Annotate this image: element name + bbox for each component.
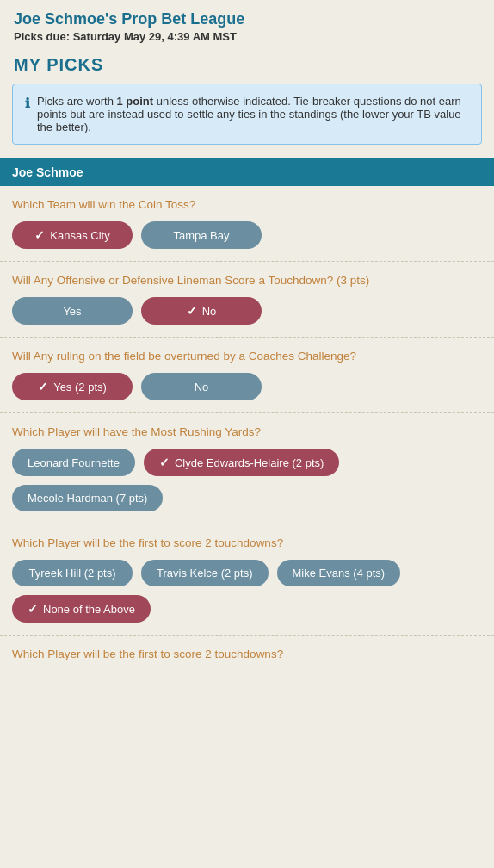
- options-grid-2: Yes ✓ No: [12, 297, 482, 325]
- picks-due-label: Picks due:: [14, 30, 70, 43]
- option-button[interactable]: Tyreek Hill (2 pts): [12, 560, 133, 586]
- check-icon: ✓: [28, 602, 38, 616]
- question-block-2: Will Any Offensive or Defensive Lineman …: [0, 262, 494, 338]
- option-button[interactable]: ✓ None of the Above: [12, 595, 151, 623]
- info-icon: ℹ: [25, 96, 30, 111]
- check-icon: ✓: [187, 304, 197, 318]
- option-button[interactable]: No: [141, 373, 262, 400]
- option-label: Yes (2 pts): [53, 381, 107, 394]
- question-block-3: Will Any ruling on the field be overturn…: [0, 338, 494, 413]
- option-label: Travis Kelce (2 pts): [157, 567, 253, 580]
- question-text-4: Which Player will have the Most Rushing …: [12, 425, 482, 438]
- option-label: Clyde Edwards-Helaire (2 pts): [175, 456, 324, 469]
- check-icon: ✓: [159, 456, 170, 469]
- option-button[interactable]: ✓ Kansas City: [12, 221, 133, 249]
- option-button[interactable]: ✓ Clyde Edwards-Helaire (2 pts): [144, 449, 339, 476]
- question-text-5: Which Player will be the first to score …: [12, 536, 482, 549]
- question-text-1: Which Team will win the Coin Toss?: [12, 198, 482, 211]
- question-block-1: Which Team will win the Coin Toss? ✓ Kan…: [0, 186, 494, 262]
- info-bold: 1 point: [116, 95, 153, 108]
- option-label: No: [202, 305, 217, 318]
- option-button[interactable]: Mike Evans (4 pts): [277, 560, 401, 586]
- option-button[interactable]: ✓ No: [141, 297, 262, 325]
- option-button[interactable]: Mecole Hardman (7 pts): [12, 485, 163, 512]
- options-grid-3: ✓ Yes (2 pts) No: [12, 373, 482, 400]
- options-grid-5: Tyreek Hill (2 pts) Travis Kelce (2 pts)…: [12, 560, 482, 623]
- option-button[interactable]: Tampa Bay: [141, 221, 262, 249]
- option-label: None of the Above: [43, 603, 135, 616]
- options-grid-1: ✓ Kansas City Tampa Bay: [12, 221, 482, 249]
- check-icon: ✓: [38, 380, 48, 394]
- option-label: Mike Evans (4 pts): [293, 567, 386, 580]
- info-box: ℹ Picks are worth 1 point unless otherwi…: [12, 84, 482, 145]
- option-label: Tampa Bay: [173, 229, 229, 242]
- page-title: Joe Schmoe's Prop Bet League: [14, 10, 480, 28]
- options-grid-4: Leonard Fournette ✓ Clyde Edwards-Helair…: [12, 449, 482, 512]
- option-label: Yes: [63, 305, 81, 318]
- question-text-3: Will Any ruling on the field be overturn…: [12, 350, 482, 363]
- info-text: Picks are worth 1 point unless otherwise…: [37, 95, 469, 133]
- question-text-6: Which Player will be the first to score …: [12, 648, 482, 660]
- option-label: Mecole Hardman (7 pts): [28, 492, 147, 505]
- option-label: No: [195, 381, 209, 394]
- picks-due-value: Saturday May 29, 4:39 AM MST: [73, 30, 237, 43]
- option-button[interactable]: ✓ Yes (2 pts): [12, 373, 133, 400]
- question-block-4: Which Player will have the Most Rushing …: [0, 413, 494, 524]
- option-label: Kansas City: [50, 229, 109, 242]
- option-button[interactable]: Travis Kelce (2 pts): [141, 560, 269, 586]
- section: Joe Schmoe Which Team will win the Coin …: [0, 158, 494, 683]
- my-picks-heading: MY PICKS: [0, 46, 494, 84]
- option-label: Tyreek Hill (2 pts): [28, 567, 115, 580]
- option-button[interactable]: Yes: [12, 297, 133, 325]
- question-block-6: Which Player will be the first to score …: [0, 636, 494, 683]
- check-icon: ✓: [34, 228, 45, 242]
- section-header: Joe Schmoe: [0, 158, 494, 186]
- option-label: Leonard Fournette: [28, 456, 120, 469]
- question-block-5: Which Player will be the first to score …: [0, 524, 494, 636]
- question-text-2: Will Any Offensive or Defensive Lineman …: [12, 274, 482, 287]
- picks-due: Picks due: Saturday May 29, 4:39 AM MST: [14, 30, 480, 43]
- option-button[interactable]: Leonard Fournette: [12, 449, 135, 476]
